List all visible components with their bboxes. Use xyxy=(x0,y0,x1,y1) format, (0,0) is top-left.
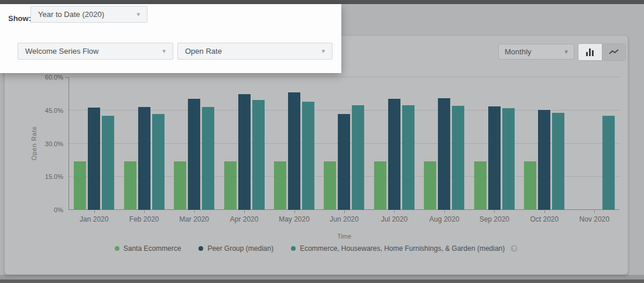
bar-groups xyxy=(69,77,619,210)
x-tick-label: Apr 2020 xyxy=(219,215,269,223)
legend-label: Ecommerce, Housewares, Home Furnishings,… xyxy=(300,244,505,253)
bar[interactable] xyxy=(174,161,186,210)
y-tick-label: 45.0% xyxy=(27,107,63,114)
bar-chart-icon xyxy=(585,48,595,56)
bar[interactable] xyxy=(274,161,286,210)
x-tick-label: Jun 2020 xyxy=(319,215,369,223)
bar[interactable] xyxy=(474,161,487,210)
x-tick-label: Feb 2020 xyxy=(119,215,169,223)
legend-item[interactable]: Peer Group (median) xyxy=(198,244,273,253)
legend-item[interactable]: Ecommerce, Housewares, Home Furnishings,… xyxy=(291,244,518,253)
x-tick-label: Aug 2020 xyxy=(419,215,469,223)
granularity-dropdown[interactable]: Monthly ▾ xyxy=(498,44,574,60)
x-tick-mark xyxy=(344,210,345,213)
bar-group-jan-2020 xyxy=(69,77,119,210)
y-tick-label: 30.0% xyxy=(27,140,63,147)
x-tick-label: Jul 2020 xyxy=(369,215,419,223)
x-tick-mark xyxy=(444,210,445,213)
x-axis-title: Time xyxy=(69,233,619,240)
bar[interactable] xyxy=(374,161,386,210)
x-axis-labels: Jan 2020Feb 2020Mar 2020Apr 2020May 2020… xyxy=(69,215,619,223)
bar[interactable] xyxy=(238,94,251,210)
metric-dropdown[interactable]: Open Rate ▾ xyxy=(177,43,333,60)
x-tick-mark xyxy=(494,210,495,213)
y-tick-label: 15.0% xyxy=(27,173,63,180)
date-range-dropdown[interactable]: Year to Date (2020) ▾ xyxy=(30,6,148,23)
bar-group-mar-2020 xyxy=(169,77,219,210)
bar-group-apr-2020 xyxy=(219,77,269,210)
bar[interactable] xyxy=(488,106,501,210)
bar[interactable] xyxy=(602,116,615,210)
legend-item[interactable]: Santa Ecommerce xyxy=(115,244,181,253)
filter-highlight-panel: Show: Year to Date (2020) ▾ Welcome Seri… xyxy=(0,4,341,73)
chevron-down-icon: ▾ xyxy=(162,47,166,55)
x-tick-label: Sep 2020 xyxy=(470,215,519,223)
x-tick-mark xyxy=(94,210,95,213)
bar-chart-toggle-button[interactable] xyxy=(578,44,602,60)
bar[interactable] xyxy=(202,107,214,210)
show-label: Show: xyxy=(8,14,31,23)
bar[interactable] xyxy=(388,99,400,210)
x-tick-label: May 2020 xyxy=(269,215,319,223)
bar[interactable] xyxy=(138,107,150,210)
chart-legend: Santa EcommercePeer Group (median)Ecomme… xyxy=(5,244,628,253)
line-chart-toggle-button[interactable] xyxy=(602,44,625,60)
date-range-value: Year to Date (2020) xyxy=(38,10,104,19)
bar-group-nov-2020 xyxy=(570,77,619,210)
bar[interactable] xyxy=(502,108,515,210)
bar[interactable] xyxy=(352,105,364,210)
bar-group-feb-2020 xyxy=(119,77,169,210)
benchmark-dashboard: Monthly ▾ Open Rate Jan 2020Fe xyxy=(0,0,644,283)
bar-group-may-2020 xyxy=(269,77,319,210)
x-tick-mark xyxy=(394,210,395,213)
x-tick-mark xyxy=(144,210,145,213)
bar[interactable] xyxy=(524,161,536,210)
flow-value: Welcome Series Flow xyxy=(25,47,98,56)
bar-group-oct-2020 xyxy=(519,77,569,210)
legend-dot xyxy=(198,246,203,251)
chevron-down-icon: ▾ xyxy=(321,47,325,55)
flow-dropdown[interactable]: Welcome Series Flow ▾ xyxy=(18,43,173,60)
bar[interactable] xyxy=(324,161,336,210)
x-tick-mark xyxy=(294,210,295,213)
metric-value: Open Rate xyxy=(185,47,222,56)
bottom-window-strip xyxy=(0,279,644,283)
bar[interactable] xyxy=(152,114,165,210)
bar[interactable] xyxy=(288,92,300,210)
bar[interactable] xyxy=(452,106,464,210)
x-tick-label: Mar 2020 xyxy=(169,215,219,223)
y-axis-top-tick xyxy=(65,77,69,78)
legend-label: Santa Ecommerce xyxy=(124,244,181,253)
chevron-down-icon: ▾ xyxy=(136,11,140,18)
bar[interactable] xyxy=(74,161,86,210)
bar[interactable] xyxy=(438,98,450,210)
bar[interactable] xyxy=(538,110,550,210)
bar[interactable] xyxy=(302,102,314,210)
y-tick-label: 60.0% xyxy=(27,74,63,81)
granularity-value: Monthly xyxy=(505,47,532,56)
bar[interactable] xyxy=(88,108,100,210)
line-chart-icon xyxy=(609,49,619,56)
top-window-strip xyxy=(0,0,644,4)
bar[interactable] xyxy=(252,100,265,210)
help-icon[interactable]: ? xyxy=(511,245,518,252)
bar[interactable] xyxy=(224,161,237,210)
x-tick-mark xyxy=(544,210,545,213)
bar-group-jul-2020 xyxy=(369,77,419,210)
x-tick-mark xyxy=(594,210,595,213)
chart-type-toggle xyxy=(578,43,626,61)
bar-group-sep-2020 xyxy=(470,77,519,210)
bar[interactable] xyxy=(102,116,114,210)
bar[interactable] xyxy=(402,105,415,210)
legend-dot xyxy=(115,246,119,251)
bar[interactable] xyxy=(338,114,350,210)
bar-group-aug-2020 xyxy=(419,77,469,210)
bar-group-jun-2020 xyxy=(319,77,369,210)
bar[interactable] xyxy=(188,99,200,210)
bar[interactable] xyxy=(552,113,564,210)
bar[interactable] xyxy=(424,161,436,210)
x-tick-mark xyxy=(244,210,245,213)
x-tick-label: Jan 2020 xyxy=(69,215,119,223)
bar[interactable] xyxy=(124,161,136,210)
y-tick-label: 0% xyxy=(27,206,63,213)
